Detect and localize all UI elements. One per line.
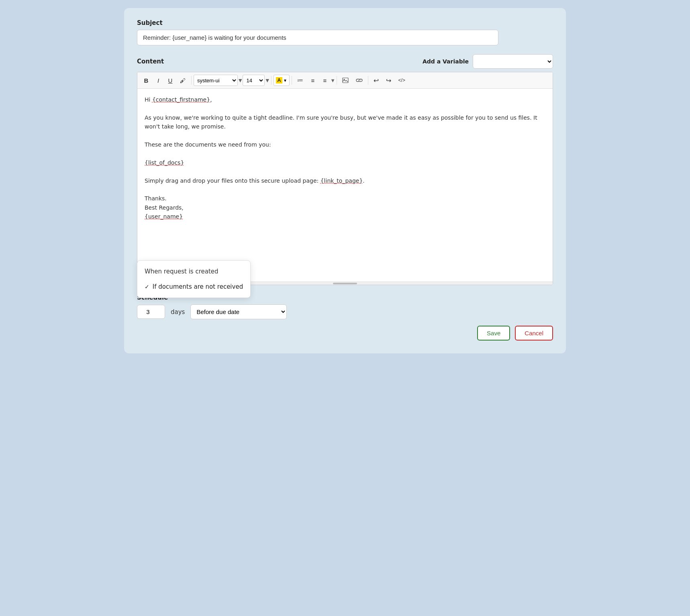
content-header: Content Add a Variable: [137, 54, 553, 69]
align-button[interactable]: ≡: [319, 75, 331, 86]
footer-row: Save Cancel: [137, 326, 553, 341]
toolbar: B I U 🖋 system-ui ▼ 14 ▼ A ▼: [137, 72, 553, 89]
save-button[interactable]: Save: [477, 326, 510, 341]
svg-rect-0: [343, 78, 348, 83]
toolbar-divider-5: [368, 76, 368, 85]
font-size-arrow: ▼: [265, 78, 269, 83]
schedule-days-input[interactable]: [137, 305, 165, 319]
font-size-select[interactable]: 14: [243, 75, 265, 86]
toolbar-divider-2: [271, 76, 272, 85]
var-list-of-docs: {list_of_docs}: [145, 159, 184, 166]
link-button[interactable]: [353, 75, 366, 86]
image-icon: [342, 78, 349, 83]
editor-content[interactable]: Hi {contact_firstname}, As you know, we'…: [137, 89, 553, 281]
variable-select[interactable]: [473, 54, 553, 69]
toolbar-divider-3: [292, 76, 292, 85]
font-color-swatch: A: [276, 77, 282, 84]
var-link-to-page: {link_to_page}: [321, 177, 363, 184]
dropdown-item-if-docs[interactable]: ✓ If documents are not received: [137, 279, 250, 294]
subject-input[interactable]: [137, 30, 498, 45]
code-button[interactable]: </>: [395, 75, 408, 86]
font-family-group: system-ui ▼: [194, 75, 242, 86]
schedule-row: When request is created ✓ If documents a…: [137, 304, 553, 319]
bold-button[interactable]: B: [141, 75, 152, 86]
toolbar-divider-1: [191, 76, 192, 85]
days-label: days: [171, 308, 185, 316]
underline-button[interactable]: U: [165, 75, 176, 86]
redo-button[interactable]: ↪: [383, 75, 394, 86]
var-contact-firstname: {contact_firstname}: [152, 96, 210, 103]
due-date-select[interactable]: Before due date After due date: [190, 304, 287, 319]
italic-button[interactable]: I: [153, 75, 164, 86]
undo-button[interactable]: ↩: [370, 75, 382, 86]
dropdown-item-when-request[interactable]: When request is created: [137, 264, 250, 279]
subject-label: Subject: [137, 19, 553, 27]
link-icon: [356, 78, 363, 82]
content-label: Content: [137, 58, 164, 65]
var-user-name: {user_name}: [145, 213, 183, 220]
editor-scrollbar-thumb: [333, 283, 357, 284]
main-container: Subject Content Add a Variable B I U 🖋 s…: [124, 8, 566, 353]
font-family-select[interactable]: system-ui: [194, 75, 238, 86]
align-arrow: ▼: [331, 78, 335, 83]
schedule-section: Schedule When request is created ✓ If do…: [137, 294, 553, 319]
font-size-group: 14 ▼: [243, 75, 269, 86]
eraser-button[interactable]: 🖋: [177, 75, 189, 86]
editor-wrapper: B I U 🖋 system-ui ▼ 14 ▼ A ▼: [137, 72, 553, 285]
cancel-button[interactable]: Cancel: [515, 326, 553, 341]
font-color-arrow: ▼: [283, 78, 287, 83]
toolbar-divider-4: [337, 76, 337, 85]
schedule-dropdown-menu: When request is created ✓ If documents a…: [137, 260, 251, 298]
ordered-list-button[interactable]: ≔: [294, 75, 306, 86]
when-request-label: When request is created: [145, 268, 218, 275]
checkmark-icon: ✓: [145, 284, 149, 290]
font-color-button[interactable]: A ▼: [274, 75, 290, 86]
font-family-arrow: ▼: [239, 78, 242, 83]
image-button[interactable]: [339, 75, 352, 86]
unordered-list-button[interactable]: ≡: [307, 75, 318, 86]
if-docs-label: If documents are not received: [153, 283, 243, 290]
add-variable-group: Add a Variable: [423, 54, 553, 69]
add-variable-label: Add a Variable: [423, 58, 469, 65]
